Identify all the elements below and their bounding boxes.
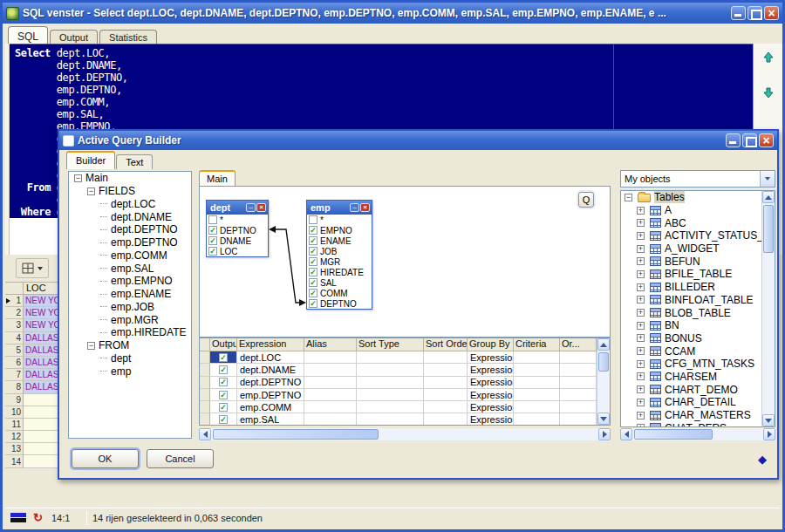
field-checkbox[interactable]: ✓ — [309, 289, 317, 297]
sort-type-cell[interactable] — [357, 364, 424, 376]
table-field-JOB[interactable]: ✓JOB — [307, 246, 372, 256]
collapse-icon[interactable]: − — [87, 188, 95, 195]
field-checkbox[interactable]: ✓ — [208, 226, 217, 235]
grid-header-or-[interactable]: Or... — [560, 338, 597, 351]
output-checkbox[interactable]: ✓ — [219, 403, 228, 412]
scroll-down-icon[interactable] — [762, 414, 775, 426]
or-cell[interactable] — [560, 351, 597, 364]
table-field-DEPTNO[interactable]: ✓DEPTNO — [207, 225, 268, 235]
subtab-main[interactable]: Main — [199, 170, 236, 187]
grid-mode-button[interactable] — [16, 258, 49, 278]
objects-tree-item[interactable]: +ACTIVITY_STATUS_I — [621, 229, 761, 242]
field-checkbox[interactable]: ✓ — [309, 268, 317, 276]
scroll-left-icon[interactable] — [199, 428, 211, 440]
scroll-down-icon[interactable] — [597, 413, 610, 425]
objects-tree-item[interactable]: +CHARSEM — [621, 371, 761, 384]
tab-statistics[interactable]: Statistics — [99, 30, 157, 44]
or-cell[interactable] — [560, 377, 597, 389]
expand-icon[interactable]: + — [637, 283, 645, 291]
field-checkbox[interactable]: ✓ — [309, 257, 317, 266]
sort-order-cell[interactable] — [424, 351, 468, 364]
query-tree-item[interactable]: dept — [69, 352, 191, 365]
objects-tree-item[interactable]: +BN — [621, 319, 761, 332]
sort-type-cell[interactable] — [357, 351, 424, 364]
table-field-COMM[interactable]: ✓COMM — [307, 288, 372, 298]
sort-order-cell[interactable] — [424, 413, 468, 425]
table-field-ENAME[interactable]: ✓ENAME — [307, 235, 372, 246]
objects-tree-item[interactable]: +BINFLOAT_TABLE — [621, 294, 761, 307]
expand-icon[interactable]: + — [637, 257, 645, 265]
objects-root-tables[interactable]: − Tables — [621, 191, 761, 204]
table-field-DEPTNO[interactable]: ✓DEPTNO — [307, 298, 372, 309]
collapse-icon[interactable]: − — [74, 174, 82, 182]
objects-tree-item[interactable]: +CHAT_PERS — [621, 421, 761, 426]
objects-tree-item[interactable]: +CHAR_DETAIL — [621, 396, 761, 409]
query-tree-item[interactable]: dept.LOC — [69, 198, 191, 211]
query-tree-item[interactable]: emp.JOB — [69, 301, 191, 314]
output-cell[interactable]: ✓ — [210, 377, 237, 389]
sort-order-cell[interactable] — [424, 401, 468, 413]
query-tree-item[interactable]: dept.DNAME — [69, 210, 191, 223]
expand-icon[interactable]: + — [637, 270, 645, 278]
expand-icon[interactable]: + — [637, 207, 645, 215]
grid-header-alias[interactable]: Alias — [304, 338, 357, 351]
query-tree-item[interactable]: emp.HIREDATE — [69, 326, 191, 339]
table-field-HIREDATE[interactable]: ✓HIREDATE — [307, 267, 372, 277]
expression-cell[interactable]: dept.DNAME — [237, 364, 304, 376]
alias-cell[interactable] — [304, 413, 357, 425]
group-by-cell[interactable]: Expression — [468, 413, 514, 425]
dialog-close-icon[interactable] — [759, 133, 774, 147]
criteria-cell[interactable] — [514, 351, 560, 364]
scroll-left-icon[interactable] — [620, 428, 632, 440]
query-tree-item[interactable]: emp.SAL — [69, 262, 191, 275]
grid-header-criteria[interactable]: Criteria — [514, 338, 560, 351]
expression-cell[interactable]: emp.COMM — [237, 401, 304, 413]
output-cell[interactable]: ✓ — [210, 389, 237, 401]
minimize-icon[interactable]: – — [350, 203, 359, 212]
objects-tree-item[interactable]: +BONUS — [621, 332, 761, 345]
collapse-icon[interactable]: − — [87, 342, 95, 350]
table-field-DNAME[interactable]: ✓DNAME — [207, 235, 268, 246]
expand-icon[interactable]: + — [637, 424, 645, 426]
scroll-thumb[interactable] — [598, 352, 609, 372]
field-checkbox[interactable]: ✓ — [309, 299, 317, 308]
objects-tree-item[interactable]: +ABC — [621, 216, 761, 229]
alias-cell[interactable] — [304, 351, 357, 364]
expand-icon[interactable]: + — [637, 309, 645, 317]
criteria-cell[interactable] — [514, 389, 560, 401]
close-icon[interactable]: × — [256, 203, 266, 212]
dialog-minimize-icon[interactable] — [726, 133, 741, 147]
expand-icon[interactable]: + — [637, 412, 645, 419]
query-tree-item[interactable]: −FROM — [69, 339, 191, 352]
table-field-LOC[interactable]: ✓LOC — [207, 246, 268, 256]
scroll-up-icon[interactable] — [762, 191, 775, 203]
field-checkbox[interactable]: ✓ — [208, 236, 217, 245]
expand-icon[interactable]: + — [637, 372, 645, 380]
zoom-button[interactable]: Q — [578, 192, 594, 208]
field-checkbox[interactable]: ✓ — [309, 226, 317, 235]
combo-dropdown-icon[interactable] — [760, 171, 775, 187]
tab-output[interactable]: Output — [50, 30, 98, 44]
alias-cell[interactable] — [304, 377, 357, 389]
field-checkbox[interactable]: ✓ — [208, 247, 217, 256]
objects-tree-item[interactable]: +CCAM — [621, 344, 761, 358]
table-field-star[interactable]: * — [307, 215, 372, 225]
grid-row[interactable]: ✓emp.SALExpression — [200, 413, 597, 425]
sort-type-cell[interactable] — [357, 377, 424, 389]
objects-tree-item[interactable]: +CHART_DEMO — [621, 383, 761, 396]
table-window-titlebar[interactable]: dept–× — [207, 201, 268, 215]
expand-icon[interactable]: + — [637, 322, 645, 330]
grid-header-output[interactable]: Output — [210, 338, 237, 351]
expand-icon[interactable]: + — [637, 347, 645, 355]
collapse-icon[interactable]: − — [625, 194, 632, 201]
table-field-SAL[interactable]: ✓SAL — [307, 277, 372, 288]
group-by-cell[interactable]: Expression — [468, 401, 514, 413]
grid-header-indicator[interactable] — [200, 338, 210, 351]
objects-tree-item[interactable]: +BILLEDER — [621, 281, 761, 294]
table-window-titlebar[interactable]: emp–× — [307, 201, 372, 215]
objects-tree-item[interactable]: +BLOB_TABLE — [621, 306, 761, 319]
output-cell[interactable]: ✓ — [210, 351, 237, 364]
cancel-button[interactable]: Cancel — [147, 449, 214, 468]
objects-horizontal-scrollbar[interactable] — [620, 428, 775, 440]
grid-header-expression[interactable]: Expression — [237, 338, 304, 351]
